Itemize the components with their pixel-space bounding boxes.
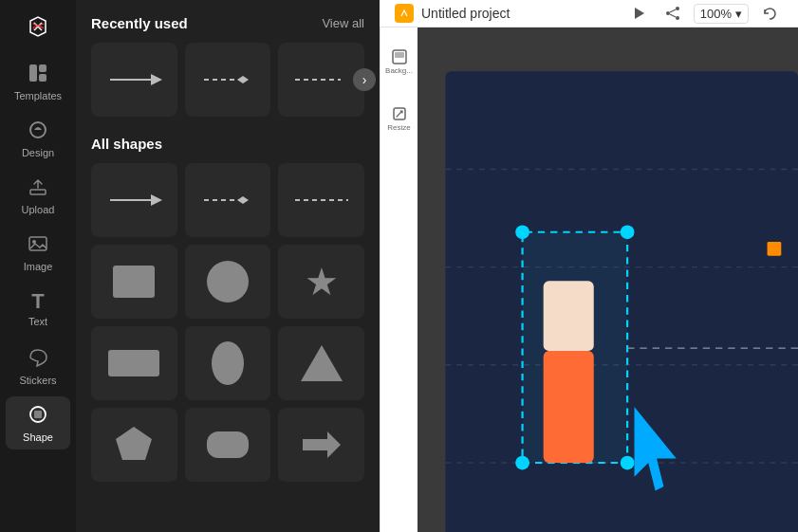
svg-rect-47 [544,351,594,463]
text-icon: T [31,291,44,312]
sidebar-item-templates[interactable]: Templates [6,55,70,108]
sidebar-item-text[interactable]: T Text [6,283,70,336]
svg-point-27 [666,11,670,15]
shape-cell-dashed-line[interactable] [278,163,364,237]
svg-marker-16 [237,76,249,83]
zoom-chevron-icon: ▾ [735,7,742,21]
canvas-drawing: Jan Feb Mar A [418,28,798,532]
resize-label: Resize [387,124,410,133]
sidebar-item-stickers-label: Stickers [19,375,56,386]
topbar-right: 100% ▾ [625,0,783,27]
sidebar-item-design-label: Design [22,147,54,158]
svg-point-42 [515,225,529,239]
play-icon [631,6,646,21]
all-shapes-header: All shapes [91,136,364,152]
app-logo: ✂ [21,9,55,44]
sidebar-item-templates-label: Templates [14,90,62,101]
svg-rect-49 [768,242,782,256]
dashed-line-all-svg [293,186,350,214]
sidebar-item-shape-label: Shape [23,431,53,443]
sidebar-item-image-label: Image [24,261,53,272]
undo-icon [762,6,777,21]
play-button[interactable] [625,0,652,27]
shape-cell-dashed-diamond[interactable] [185,163,271,237]
svg-point-29 [676,16,679,20]
recently-used-header: Recently used View all [91,15,364,31]
shape-cell-circle[interactable] [185,245,271,319]
shape-cell-arrow-right[interactable] [278,408,364,482]
canvas-area: Untitled project 100% ▾ [380,0,798,532]
sidebar-item-image[interactable]: Image [6,226,70,279]
shape-cell-wide-rect[interactable] [91,326,177,400]
shape-cell-solid-arrow[interactable] [91,163,177,237]
pentagon-svg [113,424,155,466]
svg-line-30 [670,9,676,12]
shape-cell-pentagon[interactable] [91,408,177,482]
svg-marker-19 [151,194,162,206]
stickers-icon [28,347,48,371]
resize-panel-btn[interactable]: Resize [384,92,415,145]
svg-rect-8 [30,190,46,194]
svg-rect-46 [544,281,594,351]
rounded-rect-shape [207,431,249,458]
block-arrow-svg [301,428,343,462]
circle-shape [207,261,249,303]
svg-marker-23 [116,427,152,460]
canvas-container: Backg... Resize [380,28,798,532]
svg-point-45 [621,456,635,470]
sidebar-item-upload[interactable]: Upload [6,169,70,222]
shapes-panel: Recently used View all › All shapes [76,0,380,532]
canvas-svg: Jan Feb Mar A [418,28,798,532]
upload-icon [28,176,48,200]
shape-cell-triangle[interactable] [278,326,364,400]
sidebar-item-shape[interactable]: Shape [6,396,70,449]
triangle-shape [301,345,343,381]
view-all-button[interactable]: View all [322,16,364,30]
sidebar-item-text-label: Text [28,316,47,327]
zoom-control[interactable]: 100% ▾ [694,4,749,24]
recently-used-title: Recently used [91,15,188,31]
recently-used-next-button[interactable]: › [353,68,376,91]
star-shape: ★ [305,260,339,303]
undo-button[interactable] [756,0,783,27]
templates-icon [28,63,48,86]
recently-used-grid: › [91,43,364,117]
shape-cell-rounded-rect[interactable] [185,408,271,482]
svg-marker-21 [237,196,249,204]
rectangle-shape [113,266,155,298]
sidebar-item-design[interactable]: Design [6,112,70,165]
svg-point-44 [515,456,529,470]
project-title: Untitled project [421,6,510,21]
svg-text:✂: ✂ [32,18,45,34]
project-icon [395,4,414,23]
svg-marker-14 [151,74,162,85]
shape-cell-star[interactable]: ★ [278,245,364,319]
sidebar: ✂ Templates Design Upload [0,0,76,532]
dashed-partial-svg [293,65,350,94]
shape-cell-solid-arrow-recent[interactable] [91,43,177,117]
zoom-value: 100% [700,7,732,21]
svg-point-28 [676,7,679,10]
dashed-diamond-svg [199,65,256,94]
dashed-diamond-all-svg [199,186,256,214]
svg-rect-9 [29,237,46,250]
svg-rect-12 [34,411,42,418]
all-shapes-grid: ★ [91,163,364,482]
wide-rect-shape [108,350,159,376]
background-panel-btn[interactable]: Backg... [384,35,415,88]
shape-cell-rectangle[interactable] [91,245,177,319]
share-icon [665,6,680,21]
sidebar-item-stickers[interactable]: Stickers [6,339,70,393]
right-panel: Backg... Resize [380,28,418,532]
share-button[interactable] [659,0,686,27]
svg-rect-33 [395,52,404,58]
oval-shape [212,341,244,385]
shape-cell-oval[interactable] [185,326,271,400]
shape-cell-dashed-diamond-recent[interactable] [185,43,271,117]
background-icon [391,48,408,65]
topbar-left: Untitled project [395,4,510,23]
shape-cell-dashed-partial-recent[interactable]: › [278,43,364,117]
solid-arrow-all-svg [105,186,162,214]
svg-line-31 [670,14,676,17]
design-icon [28,119,48,143]
